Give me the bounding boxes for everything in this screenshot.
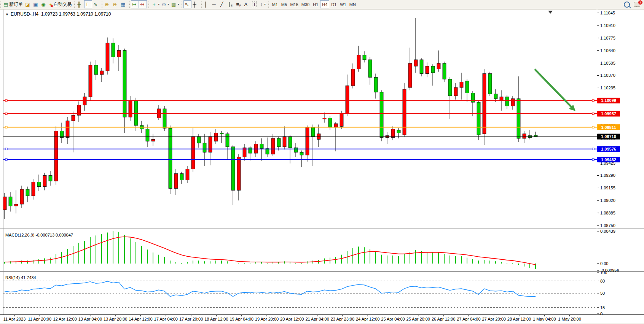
line-chart-button[interactable]: ∿ — [92, 0, 100, 8]
chat-icon[interactable]: 1 — [634, 2, 640, 7]
autotrading-button[interactable]: ●自动交易 — [48, 0, 73, 8]
periods-button[interactable]: ⊙▾ — [161, 0, 170, 8]
chart-canvas[interactable]: 1.110451.109101.107751.106401.105051.103… — [0, 9, 644, 324]
cursor-button[interactable]: ↖ — [183, 0, 191, 8]
timeframe-d1[interactable]: D1 — [329, 0, 338, 8]
timeframe-mn[interactable]: MN — [348, 0, 357, 8]
line-handle[interactable] — [592, 113, 594, 114]
candlestick-chart-button[interactable]: ⌶ — [84, 0, 92, 8]
timeframe-m30[interactable]: M30 — [300, 0, 311, 8]
horizontal-line-button[interactable]: ─ — [211, 0, 219, 8]
candle-body — [94, 65, 98, 75]
time-label[interactable]: 18 Apr 12:00 — [204, 317, 228, 321]
candle-body — [54, 131, 58, 181]
terminal-button[interactable]: ▣ — [32, 0, 40, 8]
time-label[interactable]: 13 Apr 04:00 — [78, 317, 102, 321]
time-label[interactable]: 11 Apr 2023 — [3, 317, 26, 321]
time-label[interactable]: 17 Apr 04:00 — [154, 317, 178, 321]
timeframe-m1[interactable]: M1 — [270, 0, 279, 8]
dropdown-arrow-icon[interactable]: ▾ — [177, 3, 179, 6]
dropdown-arrow-icon[interactable]: ▾ — [264, 3, 266, 6]
line-handle[interactable] — [5, 126, 7, 128]
dropdown-arrow-icon[interactable]: ▾ — [167, 3, 169, 6]
timeframe-m5[interactable]: M5 — [279, 0, 289, 8]
candle-body — [517, 98, 520, 138]
time-label[interactable]: 19 Apr 20:00 — [255, 317, 279, 321]
time-label[interactable]: 1 May 04:00 — [533, 317, 556, 321]
timeframe-m15[interactable]: M15 — [289, 0, 300, 8]
crosshair-button[interactable]: ┼ — [191, 0, 199, 8]
time-label[interactable]: 12 Apr 12:00 — [53, 317, 77, 321]
new-order-icon: ▤ — [3, 2, 8, 7]
time-label[interactable]: 25 Apr 20:00 — [406, 317, 430, 321]
text-button[interactable]: A — [243, 0, 251, 8]
timeframe-w1[interactable]: W1 — [338, 0, 348, 8]
vertical-line-button[interactable]: │ — [203, 0, 211, 8]
timeframe-h1[interactable]: H1 — [311, 0, 320, 8]
candle-body — [363, 55, 366, 60]
axis-price-box-label: 1.09957 — [601, 111, 616, 116]
timeframe-h4[interactable]: H4 — [320, 0, 329, 8]
line-handle[interactable] — [5, 148, 7, 150]
zoom-out-button[interactable]: ⊖ — [112, 0, 120, 8]
time-label[interactable]: 20 Apr 12:00 — [280, 317, 304, 321]
time-label[interactable]: 11 Apr 20:00 — [28, 317, 52, 321]
candle-body — [306, 127, 309, 155]
time-label[interactable]: 28 Apr 12:00 — [507, 317, 531, 321]
bar-chart-button[interactable]: ╫ — [76, 0, 84, 8]
time-label[interactable]: 21 Apr 04:00 — [305, 317, 329, 321]
templates-button[interactable]: ▨▾ — [170, 0, 180, 8]
time-label[interactable]: 13 Apr 20:00 — [104, 317, 127, 321]
auto-scroll-button[interactable]: ↦ — [131, 0, 139, 8]
candle-body — [300, 152, 303, 155]
search-icon[interactable] — [624, 2, 630, 8]
new-order-button[interactable]: ▤新订单 — [2, 0, 24, 8]
candle — [420, 58, 423, 76]
time-label[interactable]: 25 Apr 04:00 — [381, 317, 405, 321]
candle-body — [112, 43, 115, 57]
zoom-in-button[interactable]: ⊕ — [104, 0, 112, 8]
chart-profile-icon: ◪ — [25, 2, 30, 7]
signals-button[interactable]: ◉ — [40, 0, 48, 8]
time-label[interactable]: 17 Apr 20:00 — [179, 317, 203, 321]
candle-body — [465, 81, 469, 93]
price-tick-label: 1.10910 — [600, 23, 615, 28]
text-label-button[interactable]: T — [251, 0, 259, 8]
line-handle[interactable] — [592, 148, 594, 150]
dropdown-arrow-icon[interactable]: ▾ — [158, 3, 159, 6]
time-label[interactable]: 23 Apr 23:00 — [331, 317, 354, 321]
arrows-button[interactable]: ↕▾ — [259, 0, 267, 8]
line-handle[interactable] — [592, 100, 594, 102]
candle-body — [448, 79, 452, 96]
chart-shift-button[interactable]: ↤ — [139, 0, 147, 8]
time-label[interactable]: 19 Apr 04:00 — [230, 317, 253, 321]
chart-profile-button[interactable]: ◪ — [24, 0, 32, 8]
time-label[interactable]: 27 Apr 20:00 — [482, 317, 506, 321]
time-label[interactable]: 26 Apr 12:00 — [432, 317, 455, 321]
time-label[interactable]: 14 Apr 12:00 — [129, 317, 152, 321]
candle-body — [340, 113, 343, 126]
price-tick-label: 1.11045 — [600, 11, 615, 15]
time-label[interactable]: 1 May 20:00 — [558, 317, 581, 321]
candle-body — [397, 130, 400, 133]
chat-badge: 1 — [638, 0, 642, 5]
time-label[interactable]: 27 Apr 04:00 — [457, 317, 480, 321]
line-handle[interactable] — [5, 113, 7, 114]
line-handle[interactable] — [5, 100, 7, 102]
candle-body — [414, 60, 418, 66]
time-label[interactable]: 24 Apr 12:00 — [356, 317, 379, 321]
candle-body — [454, 87, 457, 96]
candle-body — [20, 189, 24, 204]
chart-menu-icon[interactable]: ▼ — [5, 13, 9, 16]
candle — [477, 100, 480, 140]
tile-windows-button[interactable]: ▦ — [120, 0, 128, 8]
line-handle[interactable] — [592, 159, 594, 160]
trendline-button[interactable]: ╱ — [219, 0, 227, 8]
equidistant-channel-button[interactable]: ∥E — [227, 0, 235, 8]
line-handle[interactable] — [5, 159, 7, 160]
fibonacci-button[interactable]: ≡F — [235, 0, 243, 8]
line-handle[interactable] — [592, 126, 594, 128]
indicators-button[interactable]: ＋▾ — [150, 0, 161, 8]
candle — [380, 90, 383, 141]
candle-body — [289, 137, 292, 148]
